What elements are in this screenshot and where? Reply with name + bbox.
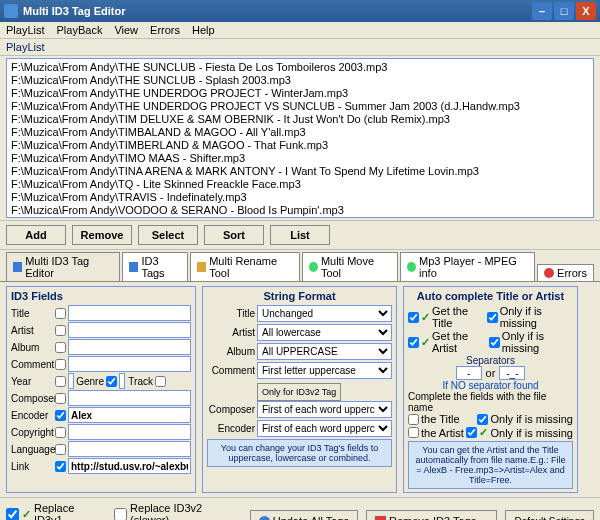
update-all-button[interactable]: Update All Tags (250, 510, 358, 520)
only-missing-2[interactable] (489, 337, 500, 348)
update-icon (259, 516, 270, 521)
minimize-button[interactable]: – (532, 2, 552, 20)
the-title-check[interactable] (408, 414, 419, 425)
replace-v2-check[interactable] (114, 508, 127, 521)
menu-bar: PlayList PlayBack View Errors Help (0, 22, 600, 39)
copyright-check[interactable] (55, 427, 66, 438)
playlist-item[interactable]: F:\Muzica\From Andy\THE UNDERDOG PROJECT… (11, 100, 589, 113)
composer-input[interactable] (68, 390, 191, 406)
tab-player[interactable]: Mp3 Player - MPEG info (400, 252, 535, 281)
playlist-item[interactable]: F:\Muzica\From Andy\TIMBERLAND & MAGOO -… (11, 139, 589, 152)
sep1-input[interactable] (456, 366, 482, 380)
player-icon (407, 262, 416, 272)
replace-v1-check[interactable] (6, 508, 19, 521)
sort-button[interactable]: Sort (204, 225, 264, 245)
separators-label: Separators (408, 355, 573, 366)
default-settings-button[interactable]: Default Settings (505, 510, 594, 520)
year-check[interactable] (55, 376, 66, 387)
playlist-buttons: Add Remove Select Sort List (0, 220, 600, 250)
sf-album-select[interactable]: All UPPERCASE (257, 343, 392, 360)
list-button[interactable]: List (270, 225, 330, 245)
remove-icon (375, 516, 386, 521)
playlist-label: PlayList (0, 39, 600, 56)
tab-id3tags[interactable]: ID3 Tags (122, 252, 188, 281)
comment-input[interactable] (68, 356, 191, 372)
language-check[interactable] (55, 444, 66, 455)
sf-artist-select[interactable]: All lowercase (257, 324, 392, 341)
playlist-item[interactable]: F:\Muzica\From Andy\TIMO MAAS - Shifter.… (11, 152, 589, 165)
link-input[interactable] (68, 458, 191, 474)
artist-check[interactable] (55, 325, 66, 336)
playlist-item[interactable]: F:\Muzica\From Andy\TIMBALAND & MAGOO - … (11, 126, 589, 139)
title-check[interactable] (55, 308, 66, 319)
playlist-item[interactable]: F:\Muzica\From Andy\TRAVIS - Indefinatel… (11, 191, 589, 204)
app-icon (4, 4, 18, 18)
title-input[interactable] (68, 305, 191, 321)
sep2-input[interactable] (499, 366, 525, 380)
tab-errors[interactable]: Errors (537, 264, 594, 281)
playlist-item[interactable]: F:\Muzica\From Andy\THE SUNCLUB - Splash… (11, 74, 589, 87)
playlist-item[interactable]: F:\Muzica\From Andy\VOODOO & SERANO - Bl… (11, 204, 589, 217)
auto-title: Auto complete Title or Artist (408, 290, 573, 302)
auto-hint: You can get the Artist and the Title aut… (408, 441, 573, 489)
encoder-input[interactable] (68, 407, 191, 423)
only-missing-4[interactable] (466, 427, 477, 438)
album-input[interactable] (68, 339, 191, 355)
playlist-item[interactable]: F:\Muzica\From Andy\TINA ARENA & MARK AN… (11, 165, 589, 178)
window-titlebar: Multi ID3 Tag Editor – □ X (0, 0, 600, 22)
add-button[interactable]: Add (6, 225, 66, 245)
select-button[interactable]: Select (138, 225, 198, 245)
playlist-item[interactable]: F:\Muzica\From Andy\TIM DELUXE & SAM OBE… (11, 113, 589, 126)
the-artist-check[interactable] (408, 427, 419, 438)
genre-input[interactable] (119, 373, 125, 389)
comment-check[interactable] (55, 359, 66, 370)
auto-complete-panel: Auto complete Title or Artist ✓Get the T… (403, 286, 578, 493)
playlist-item[interactable]: F:\Muzica\From Andy\TQ - Lite Skinned Fr… (11, 178, 589, 191)
language-input[interactable] (68, 441, 191, 457)
playlist-item[interactable]: F:\Muzica\From Andy\THE UNDERDOG PROJECT… (11, 87, 589, 100)
only-missing-1[interactable] (487, 312, 498, 323)
playlist-item[interactable]: F:\Muzica\From Andy\THE SUNCLUB - Fiesta… (11, 61, 589, 74)
menu-help[interactable]: Help (192, 24, 215, 36)
artist-input[interactable] (68, 322, 191, 338)
encoder-check[interactable] (55, 410, 66, 421)
menu-errors[interactable]: Errors (150, 24, 180, 36)
get-artist-check[interactable] (408, 337, 419, 348)
tab-rename[interactable]: Multi Rename Tool (190, 252, 300, 281)
string-format-hint: You can change your ID3 Tag's fields to … (207, 439, 392, 467)
playlist-box[interactable]: F:\Muzica\From Andy\THE SUNCLUB - Fiesta… (6, 58, 594, 218)
tab-bar: Multi ID3 Tag Editor ID3 Tags Multi Rena… (0, 250, 600, 282)
only-id3v2-button[interactable]: Only for ID3v2 Tag (257, 383, 341, 401)
playlist-item[interactable]: F:\Muzica\From Andy\WEST SIDE STORY - I … (11, 217, 589, 218)
id3-fields-title: ID3 Fields (11, 290, 191, 302)
composer-check[interactable] (55, 393, 66, 404)
only-missing-3[interactable] (477, 414, 488, 425)
menu-playlist[interactable]: PlayList (6, 24, 45, 36)
link-check[interactable] (55, 461, 66, 472)
tab-move[interactable]: Multi Move Tool (302, 252, 398, 281)
sf-title-select[interactable]: Unchanged (257, 305, 392, 322)
copyright-input[interactable] (68, 424, 191, 440)
remove-button[interactable]: Remove (72, 225, 132, 245)
sf-composer-select[interactable]: First of each word uppercase (257, 401, 392, 418)
string-format-title: String Format (207, 290, 392, 302)
tab-editor[interactable]: Multi ID3 Tag Editor (6, 252, 120, 281)
year-input[interactable] (68, 373, 74, 389)
maximize-button[interactable]: □ (554, 2, 574, 20)
sf-comment-select[interactable]: First letter uppercase (257, 362, 392, 379)
menu-playback[interactable]: PlayBack (57, 24, 103, 36)
tags-icon (129, 262, 138, 272)
sf-encoder-select[interactable]: First of each word uppercase (257, 420, 392, 437)
string-format-panel: String Format TitleUnchanged ArtistAll l… (202, 286, 397, 493)
remove-tags-button[interactable]: Remove ID3 Tags ... (366, 510, 497, 520)
close-button[interactable]: X (576, 2, 596, 20)
track-check[interactable] (155, 376, 166, 387)
errors-icon (544, 268, 554, 278)
get-title-check[interactable] (408, 312, 419, 323)
genre-check[interactable] (106, 376, 117, 387)
move-icon (309, 262, 318, 272)
album-check[interactable] (55, 342, 66, 353)
editor-icon (13, 262, 22, 272)
menu-view[interactable]: View (114, 24, 138, 36)
rename-icon (197, 262, 206, 272)
